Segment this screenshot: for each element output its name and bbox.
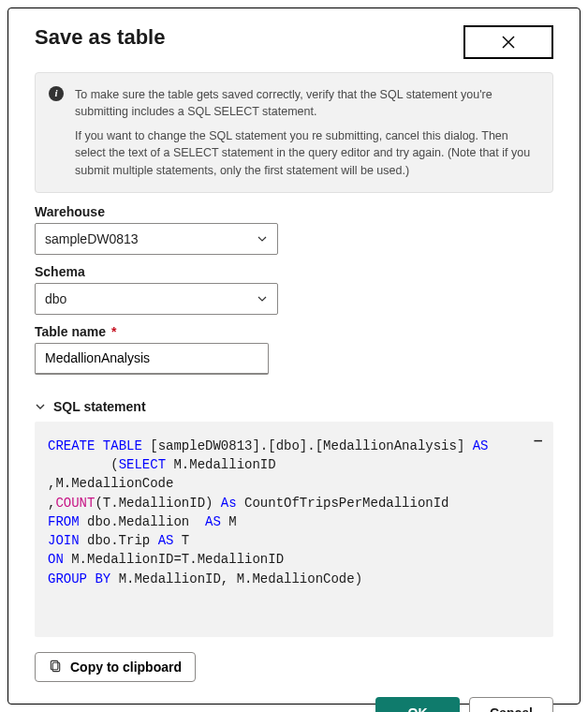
chevron-down-icon (257, 233, 268, 245)
copy-to-clipboard-button[interactable]: Copy to clipboard (35, 652, 196, 682)
dialog-footer: OK Cancel (35, 697, 553, 712)
required-indicator: * (111, 324, 116, 339)
info-text-1: To make sure the table gets saved correc… (75, 86, 537, 120)
schema-field-group: Schema dbo (35, 264, 553, 315)
close-button[interactable] (463, 25, 553, 59)
table-name-label: Table name * (35, 324, 553, 339)
clipboard-icon (49, 660, 63, 674)
table-name-input-wrapper[interactable] (35, 343, 269, 375)
ok-button[interactable]: OK (375, 697, 460, 712)
schema-select[interactable]: dbo (35, 283, 278, 315)
schema-value: dbo (45, 291, 66, 306)
warehouse-field-group: Warehouse sampleDW0813 (35, 204, 553, 255)
copy-button-label: Copy to clipboard (70, 660, 182, 675)
chevron-down-icon (35, 401, 46, 412)
sql-statement-box[interactable]: —CREATE TABLE [sampleDW0813].[dbo].[Meda… (35, 422, 553, 637)
warehouse-value: sampleDW0813 (45, 231, 139, 246)
table-name-input[interactable] (45, 350, 258, 365)
info-icon: i (49, 86, 64, 101)
cancel-button[interactable]: Cancel (469, 697, 553, 712)
save-as-table-dialog: Save as table i To make sure the table g… (7, 7, 581, 705)
sql-content: CREATE TABLE [sampleDW0813].[dbo].[Medal… (48, 438, 489, 586)
info-text-2: If you want to change the SQL statement … (75, 127, 537, 178)
chevron-down-icon (257, 293, 268, 304)
dialog-title: Save as table (35, 25, 165, 50)
sql-section-label: SQL statement (53, 399, 146, 414)
close-icon (501, 35, 516, 50)
warehouse-label: Warehouse (35, 204, 553, 219)
dialog-header: Save as table (35, 25, 553, 59)
schema-label: Schema (35, 264, 553, 279)
warehouse-select[interactable]: sampleDW0813 (35, 223, 278, 255)
table-name-field-group: Table name * (35, 324, 553, 375)
info-message: i To make sure the table gets saved corr… (35, 72, 553, 193)
sql-section-toggle[interactable]: SQL statement (35, 399, 553, 414)
caret-indicator: — (535, 431, 542, 450)
